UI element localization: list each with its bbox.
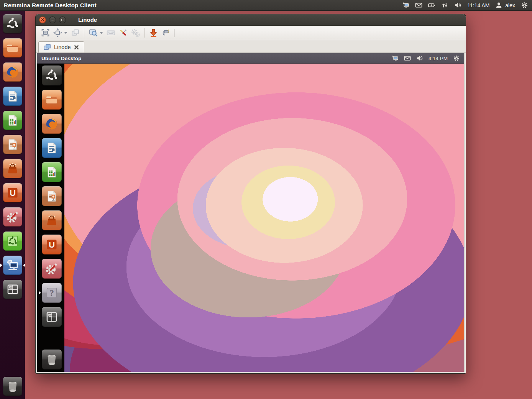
keyboard-grab-button [105, 27, 117, 39]
software-updater-icon [5, 233, 20, 249]
libreoffice-calc-launcher-item[interactable] [3, 111, 22, 130]
running-indicator-arrow [0, 263, 4, 267]
remote-unity-launcher: U? [39, 64, 64, 372]
libreoffice-writer-launcher-item[interactable] [3, 87, 22, 106]
ubuntu-one-launcher-item[interactable]: U [3, 183, 22, 202]
host-indicator-area: 11:14 AM alex [402, 2, 528, 9]
libreoffice-calc-icon [5, 113, 20, 128]
maximize-window-button[interactable] [59, 16, 66, 23]
dropdown-caret-icon[interactable] [99, 32, 105, 34]
firefox-launcher-item[interactable] [3, 62, 22, 82]
remote-clock[interactable]: 4:14 PM [429, 56, 448, 61]
running-indicator-arrow [39, 291, 43, 295]
settings-gears-button [129, 27, 141, 39]
resize-window-button[interactable] [51, 27, 64, 39]
trash-icon [5, 379, 20, 394]
keyboard-grab-icon [106, 28, 116, 38]
system-settings-launcher-item[interactable] [42, 259, 62, 279]
window-tab-icon [44, 44, 51, 50]
host-unity-launcher: U [0, 11, 25, 399]
software-updater-launcher-item[interactable] [3, 232, 22, 251]
window-titlebar[interactable]: ✕ – Linode [36, 14, 466, 26]
help-launcher-item[interactable]: ? [42, 283, 62, 303]
svg-text:U: U [49, 240, 55, 250]
close-window-button[interactable]: ✕ [39, 16, 46, 23]
libreoffice-impress-launcher-item[interactable] [3, 135, 22, 154]
minimize-window-button[interactable]: – [49, 16, 56, 23]
software-center-launcher-item[interactable] [3, 159, 22, 178]
sync-icon[interactable] [441, 2, 448, 9]
connection-tab-bar: Linode [36, 40, 466, 53]
duplicate-connection-icon [71, 28, 80, 38]
host-clock[interactable]: 11:14 AM [467, 2, 489, 8]
remote-tray-icons [392, 55, 424, 62]
ubuntu-one-launcher-item[interactable]: U [42, 235, 62, 255]
remote-top-panel: Ubuntu Desktop 4:14 PM [37, 53, 464, 64]
fullscreen-icon [41, 28, 50, 38]
remote-wallpaper [64, 64, 464, 372]
disconnect-plug-icon [161, 28, 171, 38]
workspace-switcher-launcher-item[interactable] [42, 307, 62, 327]
host-top-panel: Remmina Remote Desktop Client 11:14 AM a… [0, 0, 532, 11]
volume-icon[interactable] [416, 55, 424, 62]
libreoffice-calc-launcher-item[interactable] [42, 162, 62, 182]
remote-indicator-area: 4:14 PM [392, 55, 460, 62]
remmina-launcher-item[interactable] [3, 256, 22, 275]
trash-launcher-item[interactable] [3, 377, 22, 396]
libreoffice-writer-icon [44, 140, 59, 156]
workspace-switcher-icon [44, 309, 59, 325]
software-center-launcher-item[interactable] [42, 210, 62, 230]
close-tab-button[interactable] [74, 45, 79, 50]
user-icon[interactable] [495, 2, 502, 9]
trash-launcher-item[interactable] [42, 350, 62, 369]
disconnect-plug-button[interactable] [159, 27, 172, 39]
gear-icon[interactable] [453, 55, 460, 62]
mail-icon[interactable] [415, 2, 422, 9]
workspace-switcher-launcher-item[interactable] [3, 280, 22, 299]
dropdown-caret-icon[interactable] [64, 32, 69, 34]
duplicate-connection-button [69, 27, 81, 39]
fullscreen-button[interactable] [39, 27, 51, 39]
gear-icon[interactable] [521, 2, 528, 9]
toolbar-separator [144, 28, 144, 38]
scale-view-button[interactable] [87, 27, 99, 39]
host-panel-title: Remmina Remote Desktop Client [4, 2, 97, 8]
remote-desktop-view: Ubuntu Desktop 4:14 PM U? [37, 53, 465, 372]
ubuntu-one-icon: U [44, 237, 59, 252]
files-icon [44, 92, 59, 107]
remmina-icon [5, 258, 20, 273]
remmina-toolbar [36, 26, 466, 40]
ubuntu-dash-launcher-item[interactable] [3, 14, 22, 33]
libreoffice-impress-icon [44, 189, 59, 204]
files-launcher-item[interactable] [42, 90, 62, 110]
libreoffice-writer-launcher-item[interactable] [42, 138, 62, 158]
ubuntu-dash-icon [44, 68, 59, 83]
preferences-tools-icon [118, 28, 128, 38]
tab-label: Linode [54, 44, 71, 50]
svg-text:?: ? [49, 288, 54, 298]
screenshot-download-icon [149, 28, 158, 38]
firefox-icon [5, 64, 20, 80]
system-settings-launcher-item[interactable] [3, 207, 22, 227]
remote-desktop-tray-icon[interactable] [392, 55, 399, 62]
preferences-tools-button[interactable] [117, 27, 129, 39]
battery-icon[interactable] [428, 2, 435, 9]
svg-text:U: U [9, 188, 15, 198]
screenshot-download-button[interactable] [147, 27, 159, 39]
libreoffice-impress-launcher-item[interactable] [42, 186, 62, 206]
system-settings-icon [5, 209, 20, 225]
ubuntu-dash-launcher-item[interactable] [42, 66, 62, 85]
remote-desktop-tray-icon[interactable] [402, 2, 409, 9]
host-session-menu-slot [521, 2, 528, 9]
help-icon: ? [44, 285, 59, 300]
firefox-launcher-item[interactable] [42, 114, 62, 134]
host-user-name[interactable]: alex [505, 2, 515, 8]
libreoffice-calc-icon [44, 164, 59, 180]
tab-linode[interactable]: Linode [38, 41, 84, 53]
resize-window-icon [53, 28, 62, 38]
volume-icon[interactable] [454, 2, 461, 9]
files-launcher-item[interactable] [3, 38, 22, 57]
mail-icon[interactable] [404, 55, 411, 62]
remote-panel-title: Ubuntu Desktop [41, 56, 81, 61]
remote-content-frame: Ubuntu Desktop 4:14 PM U? [36, 53, 466, 373]
